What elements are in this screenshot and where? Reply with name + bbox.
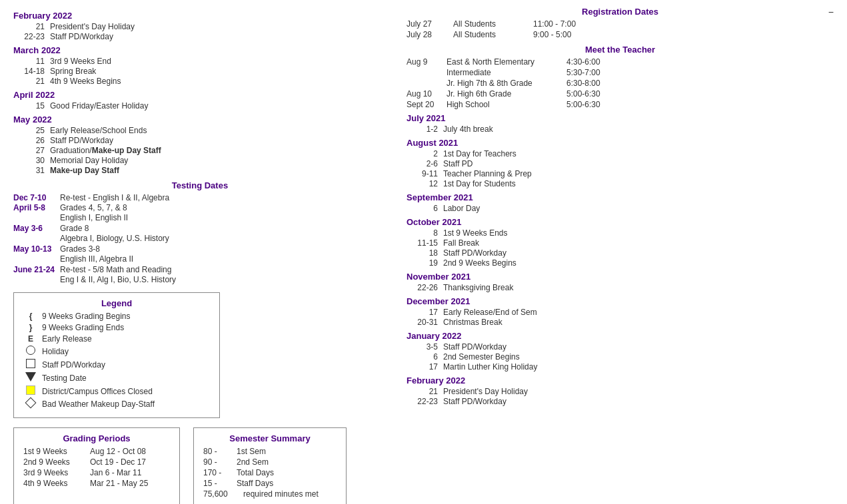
cal-desc: Staff PD [443, 159, 472, 168]
cal-desc: President's Day Holiday [443, 387, 528, 396]
event-date: 30 [13, 156, 50, 165]
meet-who: Jr. High 7th & 8th Grade [446, 79, 566, 88]
meet-row: Jr. High 7th & 8th Grade 6:30-8:00 [407, 79, 834, 88]
cal-row: 2-6 Staff PD [407, 159, 834, 168]
event-row: 26 Staff PD/Workday [13, 136, 387, 145]
legend-row: Bad Weather Makeup Day-Staff [23, 399, 210, 409]
cal-desc: 2nd Semester Begins [443, 352, 520, 362]
cal-date: 9-11 [407, 169, 443, 178]
cal-date: 1-2 [407, 125, 443, 134]
grading-label: 3rd 9 Weeks [23, 468, 83, 477]
cal-row: 17 Martin Luther King Holiday [407, 362, 834, 372]
section-title-jan2022: January 2022 [407, 331, 834, 341]
event-date: 11 [13, 57, 50, 66]
semester-row: 75,600 required minutes met [203, 489, 337, 499]
reg-who: All Students [453, 19, 526, 29]
meet-who: Intermediate [446, 68, 566, 77]
legend-title: Legend [23, 298, 210, 308]
cal-row: 22-23 Staff PD/Workday [407, 397, 834, 406]
meet-who: High School [446, 100, 566, 109]
cal-row: 12 1st Day for Students [407, 179, 834, 188]
semester-row: 170 - Total Days [203, 468, 337, 477]
grading-dates: Oct 19 - Dec 17 [90, 457, 146, 467]
legend-symbol-e: E [23, 334, 38, 344]
meet-date [407, 68, 446, 77]
semester-desc: required minutes met [243, 489, 319, 499]
testing-sub: Algebra I, Biology, U.S. History [60, 234, 387, 243]
grading-title: Grading Periods [23, 433, 170, 443]
event-date: 14-18 [13, 67, 50, 76]
event-desc: President's Day Holiday [50, 22, 135, 31]
event-desc: Good Friday/Easter Holiday [50, 101, 148, 111]
cal-row: 20-31 Christmas Break [407, 318, 834, 327]
meet-time: 6:30-8:00 [566, 79, 600, 88]
legend-label: Staff PD/Workday [42, 360, 105, 370]
calendar-section: July 2021 1-2 July 4th break August 2021… [407, 113, 834, 406]
event-date: 21 [13, 22, 50, 31]
event-row: 21 President's Day Holiday [13, 22, 387, 31]
cal-desc: Teacher Planning & Prep [443, 169, 532, 178]
reg-date: July 27 [407, 19, 446, 29]
legend-symbol-triangle [23, 372, 38, 383]
meet-date: Aug 9 [407, 57, 446, 67]
section-title-dec2021: December 2021 [407, 296, 834, 306]
cal-date: 3-5 [407, 342, 443, 352]
legend-row: District/Campus Offices Closed [23, 385, 210, 397]
testing-row: May 3-6 Grade 8 [13, 224, 387, 233]
cal-desc: 2nd 9 Weeks Begins [443, 258, 516, 268]
meet-time: 5:00-6:30 [566, 89, 600, 99]
semester-num: 170 - [203, 468, 237, 477]
event-desc: Spring Break [50, 67, 96, 76]
section-title-march: March 2022 [13, 45, 387, 55]
cal-date: 22-23 [407, 397, 443, 406]
grading-row: 4th 9 Weeks Mar 21 - May 25 [23, 479, 170, 488]
testing-title: Testing Dates [13, 180, 387, 190]
legend-symbol-diamond [23, 399, 38, 409]
cal-desc: Staff PD/Workday [443, 248, 506, 258]
event-date: 31 [13, 166, 50, 175]
page-layout: February 2022 21 President's Day Holiday… [13, 7, 834, 504]
legend-row: { 9 Weeks Grading Begins [23, 312, 210, 321]
cal-desc: Fall Break [443, 238, 479, 248]
minimize-icon[interactable]: − [828, 7, 834, 17]
legend-label: Holiday [42, 347, 69, 356]
cal-date: 21 [407, 387, 443, 396]
meet-who: East & North Elementary [446, 57, 566, 67]
cal-row: 19 2nd 9 Weeks Begins [407, 258, 834, 268]
testing-date: Dec 7-10 [13, 193, 60, 202]
circle-icon [26, 346, 35, 355]
cal-desc: Staff PD/Workday [443, 342, 506, 352]
cal-date: 2-6 [407, 159, 443, 168]
section-title-sep2021: September 2021 [407, 192, 834, 202]
cal-row: 3-5 Staff PD/Workday [407, 342, 834, 352]
legend-label: 9 Weeks Grading Begins [42, 312, 131, 321]
legend-symbol-circle [23, 346, 38, 357]
cal-row: 2 1st Day for Teachers [407, 149, 834, 158]
semester-desc: 1st Sem [237, 447, 266, 456]
event-desc: Staff PD/Workday [50, 32, 113, 41]
semester-box: Semester Summary 80 - 1st Sem 90 - 2nd S… [193, 427, 347, 504]
legend-box: Legend { 9 Weeks Grading Begins } 9 Week… [13, 292, 220, 418]
semester-row: 90 - 2nd Sem [203, 457, 337, 467]
meet-row: Intermediate 5:30-7:00 [407, 68, 834, 77]
cal-date: 2 [407, 149, 443, 158]
legend-row: } 9 Weeks Grading Ends [23, 323, 210, 332]
testing-date: June 21-24 [13, 265, 60, 274]
grading-row: 2nd 9 Weeks Oct 19 - Dec 17 [23, 457, 170, 467]
reg-who: All Students [453, 30, 526, 39]
legend-symbol-square [23, 359, 38, 370]
cal-row: 11-15 Fall Break [407, 238, 834, 248]
meet-who: Jr. High 6th Grade [446, 89, 566, 99]
cal-row: 21 President's Day Holiday [407, 387, 834, 396]
grading-label: 1st 9 Weeks [23, 447, 83, 456]
grading-dates: Mar 21 - May 25 [90, 479, 148, 488]
testing-desc: Re-test - 5/8 Math and Reading [60, 265, 171, 274]
event-date: 26 [13, 136, 50, 145]
testing-desc: Grades 4, 5, 7, & 8 [60, 203, 127, 212]
right-column: − Registration Dates July 27 All Student… [407, 7, 834, 504]
event-desc: Early Release/School Ends [50, 126, 147, 135]
event-desc: 4th 9 Weeks Begins [50, 77, 121, 86]
semester-num: 90 - [203, 457, 237, 467]
cal-date: 12 [407, 179, 443, 188]
cal-desc: July 4th break [443, 125, 493, 134]
